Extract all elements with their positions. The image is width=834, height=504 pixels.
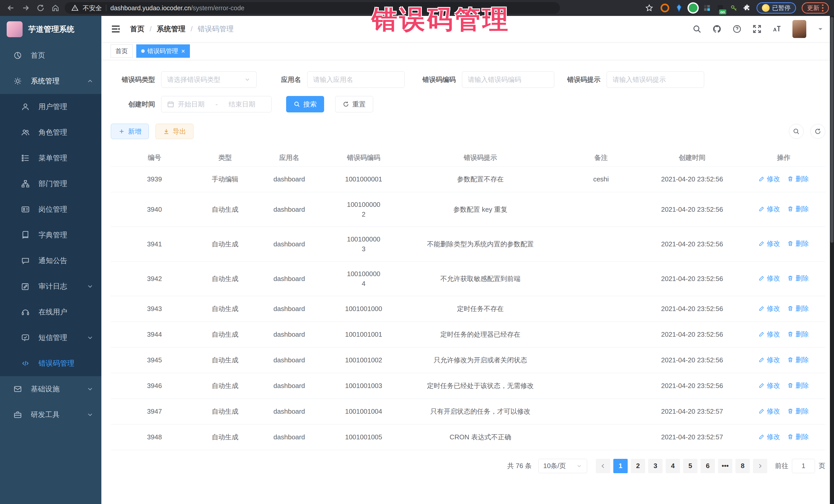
page-button-2[interactable]: 2 (631, 459, 645, 473)
caret-down-icon[interactable] (817, 26, 824, 32)
sidebar-item-headset[interactable]: 在线用户 (0, 299, 101, 325)
sidebar-item-dashboard[interactable]: 首页 (0, 43, 101, 68)
edit-link[interactable]: 修改 (759, 432, 780, 442)
prev-page-button[interactable] (596, 459, 610, 473)
more-pages-button[interactable]: ••• (718, 459, 732, 473)
show-search-toggle-button[interactable] (789, 124, 804, 139)
row-hint: 定时任务已经处于该状态，无需修改 (401, 373, 560, 398)
page-button-4[interactable]: 4 (666, 459, 680, 473)
delete-link[interactable]: 删除 (787, 380, 809, 390)
search-icon[interactable] (692, 24, 702, 34)
sidebar-item-code[interactable]: 错误码管理 (0, 351, 101, 376)
page-button-3[interactable]: 3 (648, 459, 663, 473)
delete-link[interactable]: 删除 (787, 432, 809, 442)
edit-link[interactable]: 修改 (759, 380, 780, 390)
page-size-select[interactable]: 10条/页 (539, 459, 587, 473)
sidebar-item-infrastructure[interactable]: 基础设施 (0, 376, 101, 402)
page-button-1[interactable]: 1 (613, 459, 628, 473)
row-app: dashboard (252, 226, 326, 261)
home-button[interactable] (50, 2, 61, 14)
edit-link[interactable]: 修改 (759, 239, 780, 248)
page-button-5[interactable]: 5 (683, 459, 698, 473)
edit-link[interactable]: 修改 (759, 406, 780, 416)
extension-green-icon[interactable] (689, 4, 698, 12)
close-icon[interactable]: × (181, 48, 185, 54)
extension-gem-icon[interactable] (675, 4, 683, 12)
delete-link[interactable]: 删除 (787, 406, 809, 416)
app-name-input[interactable] (313, 76, 399, 84)
sidebar-item-user[interactable]: 用户管理 (0, 94, 101, 119)
forward-button[interactable] (20, 2, 31, 14)
extension-switch-icon[interactable]: on (717, 4, 724, 12)
page-button-6[interactable]: 6 (701, 459, 715, 473)
extension-grid-icon[interactable] (703, 4, 711, 12)
sidebar-item-label: 岗位管理 (39, 204, 67, 214)
back-button[interactable] (5, 2, 17, 14)
breadcrumb-home[interactable]: 首页 (130, 24, 145, 34)
collapse-sidebar-icon[interactable] (111, 24, 121, 34)
export-button-label: 导出 (173, 127, 186, 136)
sidebar-item-menu-tree[interactable]: 菜单管理 (0, 145, 101, 171)
edit-link[interactable]: 修改 (759, 174, 780, 184)
sidebar-item-id-card[interactable]: 岗位管理 (0, 197, 101, 222)
infrastructure-icon (13, 385, 22, 393)
refresh-table-button[interactable] (810, 124, 825, 139)
help-icon[interactable] (732, 24, 742, 34)
extension-key-icon[interactable] (730, 4, 738, 12)
error-hint-input[interactable] (613, 76, 698, 84)
delete-link[interactable]: 删除 (787, 174, 809, 184)
font-size-icon[interactable] (772, 24, 782, 34)
page-button-8[interactable]: 8 (736, 459, 750, 473)
add-button[interactable]: 新增 (111, 124, 149, 139)
edit-link[interactable]: 修改 (759, 273, 780, 283)
tag-error-code[interactable]: 错误码管理 × (136, 44, 190, 58)
delete-link[interactable]: 删除 (787, 304, 809, 313)
sidebar-item-dictionary[interactable]: 字典管理 (0, 222, 101, 248)
profile-paused-chip[interactable]: 已暂停 (756, 2, 796, 14)
sidebar-item-users[interactable]: 角色管理 (0, 119, 101, 145)
github-icon[interactable] (712, 24, 722, 34)
browser-scrollbar[interactable] (830, 16, 834, 504)
sidebar-item-gear[interactable]: 系统管理 (0, 68, 101, 94)
delete-link-label: 删除 (795, 380, 809, 390)
sidebar: 芋道管理系统 首页系统管理用户管理角色管理菜单管理部门管理岗位管理字典管理通知公… (0, 16, 101, 504)
reset-button[interactable]: 重置 (335, 96, 373, 112)
extensions-puzzle-icon[interactable] (743, 4, 751, 12)
create-time-range-picker[interactable]: 开始日期 - 结束日期 (161, 96, 271, 112)
error-type-select[interactable]: 请选择错误码类型 (161, 71, 257, 88)
user-avatar[interactable] (792, 20, 806, 38)
edit-icon (759, 176, 765, 182)
edit-icon (759, 206, 765, 212)
breadcrumb-system[interactable]: 系统管理 (157, 24, 185, 34)
edit-link[interactable]: 修改 (759, 355, 780, 365)
tag-home[interactable]: 首页 (111, 44, 133, 58)
sidebar-item-org-tree[interactable]: 部门管理 (0, 171, 101, 197)
sidebar-item-dev-tools[interactable]: 研发工具 (0, 402, 101, 428)
delete-link[interactable]: 删除 (787, 204, 809, 214)
reload-button[interactable] (35, 2, 46, 14)
export-button[interactable]: 导出 (155, 124, 194, 139)
sidebar-item-audit-log[interactable]: 审计日志 (0, 273, 101, 299)
extension-orange-icon[interactable] (660, 4, 669, 12)
bookmark-star-icon[interactable] (643, 2, 655, 14)
scrollbar-thumb[interactable] (830, 17, 833, 243)
browser-menu-icon[interactable] (822, 4, 824, 12)
paused-label: 已暂停 (772, 4, 791, 12)
search-button[interactable]: 搜索 (286, 96, 324, 112)
next-page-button[interactable] (753, 459, 767, 473)
delete-link[interactable]: 删除 (787, 329, 809, 339)
browser-update-button[interactable]: 更新 (802, 2, 829, 14)
sidebar-item-sms[interactable]: 短信管理 (0, 325, 101, 351)
fullscreen-icon[interactable] (752, 24, 762, 34)
delete-link[interactable]: 删除 (787, 239, 809, 248)
goto-page-input[interactable] (792, 459, 815, 473)
edit-link[interactable]: 修改 (759, 204, 780, 214)
delete-link[interactable]: 删除 (787, 355, 809, 365)
sidebar-item-announcement[interactable]: 通知公告 (0, 248, 101, 273)
edit-link[interactable]: 修改 (759, 304, 780, 313)
error-code-input[interactable] (468, 76, 548, 84)
delete-link[interactable]: 删除 (787, 273, 809, 283)
row-time: 2021-04-20 23:52:56 (642, 226, 742, 261)
row-remark (560, 373, 642, 398)
edit-link[interactable]: 修改 (759, 329, 780, 339)
